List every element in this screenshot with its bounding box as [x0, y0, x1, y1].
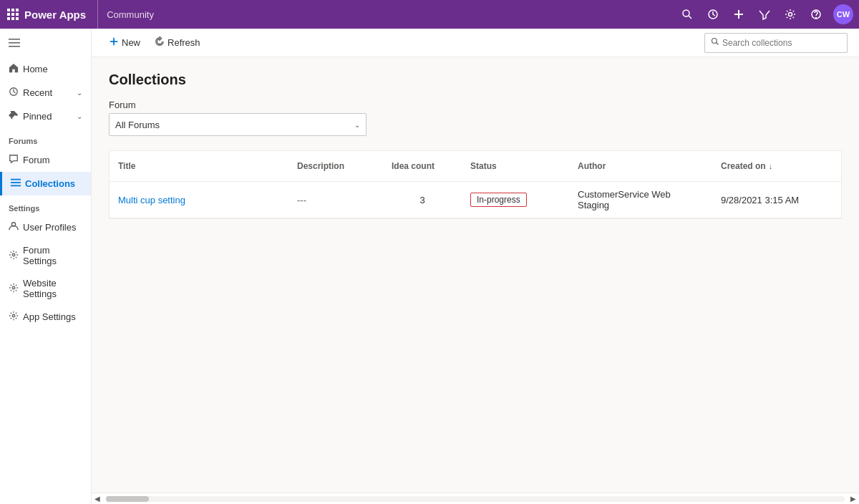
recent-icon-btn[interactable]: [702, 3, 724, 26]
scroll-right-arrow[interactable]: ▶: [848, 493, 859, 505]
collections-table: Title Description Idea count Status Auth…: [109, 150, 842, 219]
sidebar-item-forum[interactable]: Forum: [0, 148, 91, 172]
forums-section-label: Forums: [0, 128, 91, 148]
svg-line-31: [717, 43, 719, 45]
sidebar-item-website-settings[interactable]: Website Settings: [0, 272, 91, 305]
collections-icon: [11, 178, 21, 190]
new-icon: [109, 37, 119, 49]
help-icon-btn[interactable]: [805, 3, 828, 26]
svg-point-14: [789, 13, 792, 16]
svg-rect-21: [11, 179, 21, 180]
sidebar-item-pinned[interactable]: Pinned ⌄: [0, 105, 91, 128]
col-title: Title: [110, 157, 288, 175]
svg-point-30: [712, 39, 717, 44]
svg-point-16: [816, 18, 817, 19]
grid-icon[interactable]: [6, 7, 20, 21]
status-badge: In-progress: [470, 193, 527, 207]
search-input[interactable]: [722, 38, 841, 48]
settings-section-label: Settings: [0, 195, 91, 215]
sidebar-item-pinned-label: Pinned: [23, 111, 52, 122]
search-icon: [711, 37, 719, 48]
col-author: Author: [569, 157, 712, 175]
row-idea-count: 3: [383, 188, 462, 213]
recent-icon: [9, 87, 19, 99]
content-area: Collections Forum All Forums ⌄ Title Des…: [92, 57, 859, 493]
sidebar: Home Recent ⌄ Pinned ⌄ Forums Forum: [0, 29, 92, 504]
filter-chevron-icon: ⌄: [354, 121, 360, 129]
svg-rect-4: [11, 13, 14, 16]
svg-rect-3: [7, 13, 10, 16]
svg-line-10: [689, 16, 691, 19]
sidebar-item-recent-label: Recent: [23, 87, 52, 98]
sort-icon: ↓: [769, 162, 773, 170]
forum-settings-icon: [9, 250, 19, 262]
scrollbar-track[interactable]: [106, 496, 845, 502]
refresh-icon: [155, 37, 165, 49]
sidebar-item-app-settings-label: App Settings: [23, 311, 76, 322]
svg-rect-22: [11, 182, 21, 183]
svg-point-26: [12, 286, 15, 289]
scroll-left-arrow[interactable]: ◀: [92, 493, 103, 505]
sidebar-item-forum-settings-label: Forum Settings: [23, 245, 82, 266]
user-avatar[interactable]: CW: [833, 4, 853, 24]
search-icon-btn[interactable]: [676, 3, 699, 26]
refresh-button[interactable]: Refresh: [149, 34, 206, 52]
bottom-scrollbar: ◀ ▶: [92, 493, 859, 504]
svg-point-9: [683, 10, 689, 16]
new-button[interactable]: New: [103, 34, 146, 52]
table-row: Multi cup setting --- 3 In-progress Cust…: [110, 182, 841, 218]
sidebar-menu-btn[interactable]: [0, 29, 91, 57]
row-title[interactable]: Multi cup setting: [110, 188, 288, 213]
row-status: In-progress: [462, 185, 569, 214]
svg-point-27: [12, 314, 15, 317]
settings-icon-btn[interactable]: [779, 3, 802, 26]
home-icon: [9, 63, 19, 75]
topnav: Power Apps Community CW: [0, 0, 859, 29]
user-profiles-icon: [9, 221, 19, 233]
table-header: Title Description Idea count Status Auth…: [110, 151, 841, 182]
search-box[interactable]: [704, 33, 848, 53]
refresh-label: Refresh: [168, 37, 200, 48]
forum-filter-value: All Forums: [115, 120, 160, 130]
svg-rect-17: [9, 39, 20, 40]
topnav-icons: CW: [676, 3, 853, 26]
sidebar-item-app-settings[interactable]: App Settings: [0, 305, 91, 329]
recent-chevron: ⌄: [77, 89, 82, 97]
sidebar-item-home[interactable]: Home: [0, 57, 91, 81]
svg-rect-2: [16, 9, 19, 11]
scrollbar-thumb[interactable]: [106, 496, 149, 502]
sidebar-item-collections-label: Collections: [25, 178, 75, 189]
svg-rect-18: [9, 42, 20, 44]
add-icon-btn[interactable]: [727, 3, 750, 26]
svg-rect-19: [9, 46, 20, 47]
app-settings-icon: [9, 311, 19, 323]
sidebar-item-collections[interactable]: Collections: [0, 172, 91, 195]
website-settings-icon: [9, 283, 19, 295]
row-created-on: 9/28/2021 3:15 AM: [712, 188, 841, 213]
svg-rect-5: [16, 13, 19, 16]
svg-rect-8: [16, 17, 19, 20]
app-body: Home Recent ⌄ Pinned ⌄ Forums Forum: [0, 29, 859, 504]
pinned-chevron: ⌄: [77, 112, 82, 120]
sidebar-item-user-profiles-label: User Profiles: [23, 222, 76, 233]
col-created-on[interactable]: Created on ↓: [712, 157, 841, 175]
row-description: ---: [288, 188, 383, 213]
forum-icon: [9, 154, 19, 166]
col-idea-count: Idea count: [383, 157, 462, 175]
svg-rect-23: [11, 185, 21, 187]
filter-label: Forum: [109, 100, 842, 110]
svg-rect-0: [7, 9, 10, 11]
svg-rect-6: [7, 17, 10, 20]
col-description: Description: [288, 157, 383, 175]
sidebar-item-recent[interactable]: Recent ⌄: [0, 81, 91, 105]
toolbar: New Refresh: [92, 29, 859, 57]
sidebar-item-home-label: Home: [23, 64, 48, 74]
sidebar-item-forum-settings[interactable]: Forum Settings: [0, 239, 91, 272]
new-label: New: [122, 37, 140, 48]
filter-icon-btn[interactable]: [753, 3, 776, 26]
app-name: Power Apps: [24, 9, 86, 21]
pin-icon: [9, 110, 19, 122]
forum-filter-dropdown[interactable]: All Forums ⌄: [109, 113, 367, 136]
sidebar-item-user-profiles[interactable]: User Profiles: [0, 215, 91, 239]
sidebar-item-website-settings-label: Website Settings: [23, 278, 82, 299]
